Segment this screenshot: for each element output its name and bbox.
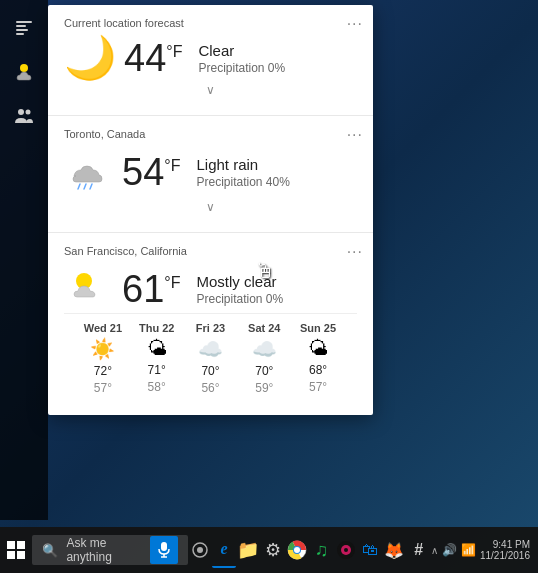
forecast-wed-label: Wed 21 (84, 322, 122, 334)
search-icon: 🔍 (42, 543, 58, 558)
forecast-fri-icon: ☁️ (198, 337, 223, 361)
svg-rect-3 (16, 33, 24, 35)
sf-more-btn[interactable]: ··· (347, 243, 363, 261)
current-location-weather-icon: 🌙 (64, 37, 116, 79)
forecast-sat-low: 59° (255, 381, 273, 395)
microphone-button[interactable] (150, 536, 178, 564)
toronto-condition: Light rain (196, 156, 289, 173)
sf-precip: Precipitation 0% (196, 292, 283, 306)
toronto-weather-icon (64, 148, 114, 196)
forecast-sun-label: Sun 25 (300, 322, 336, 334)
sf-condition: Mostly clear (196, 273, 283, 290)
toronto-temp: 54°F (122, 153, 180, 191)
svg-line-7 (78, 184, 80, 189)
forecast-sun-low: 57° (309, 380, 327, 394)
current-location-header: Current location forecast (64, 17, 357, 29)
hashtag-taskbar-icon[interactable]: # (407, 532, 431, 568)
forecast-thu-label: Thu 22 (139, 322, 174, 334)
toronto-more-btn[interactable]: ··· (347, 126, 363, 144)
toronto-expand-btn[interactable]: ∨ (64, 196, 357, 220)
system-tray: ∧ 🔊 📶 9:41 PM 11/21/2016 (431, 539, 538, 561)
svg-point-25 (344, 548, 348, 552)
volume-icon[interactable]: 🔊 (442, 543, 457, 557)
svg-line-9 (90, 184, 92, 189)
forecast-day-sun: Sun 25 🌤 68° 57° (293, 322, 343, 395)
clock: 9:41 PM 11/21/2016 (480, 539, 530, 561)
forecast-fri-label: Fri 23 (196, 322, 225, 334)
tray-icons: ∧ (431, 545, 438, 556)
forecast-thu-icon: 🌤 (147, 337, 167, 360)
forecast-fri-low: 56° (201, 381, 219, 395)
edge-taskbar-icon[interactable]: e (212, 532, 236, 568)
taskbar: 🔍 Ask me anything e 📁 ⚙ ♫ (0, 527, 538, 573)
current-location-temp: 44°F (124, 39, 182, 77)
chrome-taskbar-icon[interactable] (285, 532, 309, 568)
forecast-thu-high: 71° (148, 363, 166, 377)
task-view-button[interactable] (188, 532, 212, 568)
svg-rect-13 (7, 551, 15, 559)
svg-line-8 (84, 184, 86, 189)
svg-rect-14 (17, 551, 25, 559)
svg-rect-15 (161, 542, 167, 551)
forecast-sat-icon: ☁️ (252, 337, 277, 361)
sidebar-icon-people[interactable] (6, 98, 42, 134)
forecast-sun-icon: 🌤 (308, 337, 328, 360)
forecast-day-fri: Fri 23 ☁️ 70° 56° (185, 322, 235, 395)
svg-point-19 (197, 547, 203, 553)
forecast-sat-high: 70° (255, 364, 273, 378)
forecast-wed-low: 57° (94, 381, 112, 395)
svg-point-5 (18, 109, 24, 115)
current-location-more-btn[interactable]: ··· (347, 15, 363, 33)
forecast-thu-low: 58° (148, 380, 166, 394)
forecast-day-thu: Thu 22 🌤 71° 58° (132, 322, 182, 395)
current-location-precip: Precipitation 0% (198, 61, 285, 75)
svg-rect-12 (17, 541, 25, 549)
current-location-expand-btn[interactable]: ∨ (64, 79, 357, 103)
groove-taskbar-icon[interactable] (334, 532, 358, 568)
svg-rect-11 (7, 541, 15, 549)
explorer-taskbar-icon[interactable]: 📁 (236, 532, 260, 568)
sf-weather-icon (64, 265, 114, 313)
svg-point-4 (20, 64, 28, 72)
sidebar (0, 0, 48, 520)
network-icon[interactable]: 📶 (461, 543, 476, 557)
svg-point-22 (294, 547, 300, 553)
forecast-wed-icon: ☀️ (90, 337, 115, 361)
svg-rect-2 (16, 29, 28, 31)
sf-forecast-row: Wed 21 ☀️ 72° 57° Thu 22 🌤 71° 58° Fri 2… (64, 313, 357, 403)
svg-point-6 (26, 110, 31, 115)
svg-rect-0 (16, 21, 32, 23)
sf-temp: 61°F (122, 270, 180, 308)
search-placeholder-text: Ask me anything (66, 536, 141, 564)
forecast-sun-high: 68° (309, 363, 327, 377)
svg-rect-1 (16, 25, 26, 27)
forecast-day-sat: Sat 24 ☁️ 70° 59° (239, 322, 289, 395)
forecast-wed-high: 72° (94, 364, 112, 378)
weather-panel: ··· Current location forecast 🌙 44°F Cle… (48, 5, 373, 415)
current-location-card: ··· Current location forecast 🌙 44°F Cle… (48, 5, 373, 116)
toronto-header: Toronto, Canada (64, 128, 357, 140)
sf-card: ··· San Francisco, California 61°F Mostl… (48, 233, 373, 415)
forecast-fri-high: 70° (201, 364, 219, 378)
store-taskbar-icon[interactable]: 🛍 (358, 532, 382, 568)
current-location-condition: Clear (198, 42, 285, 59)
spotify-taskbar-icon[interactable]: ♫ (309, 532, 333, 568)
forecast-day-wed: Wed 21 ☀️ 72° 57° (78, 322, 128, 395)
forecast-sat-label: Sat 24 (248, 322, 280, 334)
toronto-card: ··· Toronto, Canada 54°F Light rain Prec… (48, 116, 373, 233)
firefox-taskbar-icon[interactable]: 🦊 (382, 532, 406, 568)
settings-taskbar-icon[interactable]: ⚙ (261, 532, 285, 568)
toronto-precip: Precipitation 40% (196, 175, 289, 189)
sidebar-icon-news[interactable] (6, 10, 42, 46)
taskbar-search-bar[interactable]: 🔍 Ask me anything (32, 535, 187, 565)
start-button[interactable] (0, 527, 32, 573)
sf-header: San Francisco, California (64, 245, 357, 257)
sidebar-icon-weather[interactable] (6, 54, 42, 90)
